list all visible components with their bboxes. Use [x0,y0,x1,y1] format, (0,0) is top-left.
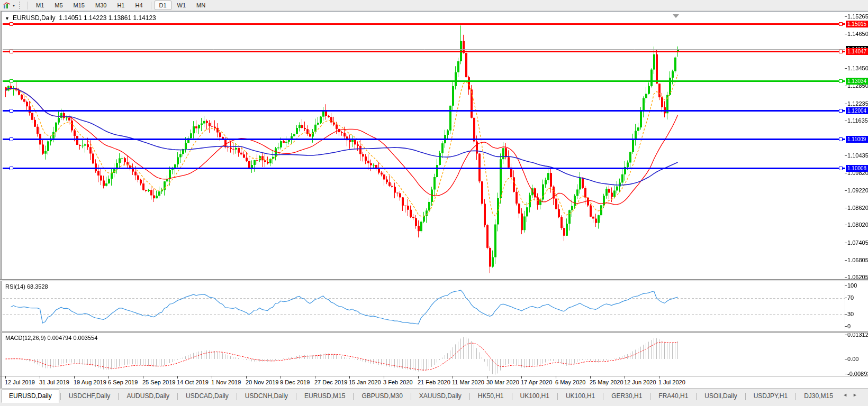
price-tag-1.13034: 1.13034 [846,78,868,85]
date-tick [74,376,75,379]
date-tick [108,376,109,379]
date-axis-label: 11 Mar 2020 [452,379,484,385]
main-price-chart[interactable] [3,12,845,279]
timeframe-button-m5[interactable]: M5 [50,1,67,10]
timeframe-button-group: M1M5M15M30H1H4D1W1MN [25,1,211,10]
date-axis-label: 9 Dec 2019 [280,379,310,385]
toolbar-dropdown-caret-icon[interactable]: ▾ [13,2,15,10]
rsi-axis-label: 0 [847,323,851,329]
date-axis-label: 27 Dec 2019 [314,379,347,385]
chart-tab-bar: EURUSD,DailyUSDCHF,DailyAUDUSD,DailyUSDC… [0,388,868,406]
price-axis-label: 1.12235 [847,100,868,107]
chart-tab-usoil-daily[interactable]: USOil,Daily [698,390,744,402]
chart-tab-hk50-h1[interactable]: HK50,H1 [471,390,511,402]
date-tick [625,376,625,379]
chart-tab-fra40-h1[interactable]: FRA40,H1 [652,390,695,402]
tab-separator [237,393,237,400]
timeframe-button-mn[interactable]: MN [192,1,210,10]
date-tick [590,376,591,379]
timeframe-button-d1[interactable]: D1 [155,1,171,10]
date-tick [556,376,556,379]
price-tag-1.11009: 1.11009 [846,136,868,143]
rsi-axis-label: 30 [847,311,854,317]
chart-tab-uk100-h1[interactable]: UK100,H1 [513,390,556,402]
chart-tab-usdcnh-daily[interactable]: USDCNH,Daily [238,390,295,402]
date-tick [521,376,522,379]
timeframe-button-h4[interactable]: H4 [130,1,147,10]
date-axis-label: 3 Feb 2020 [383,379,413,385]
toolbar-separator [28,2,28,10]
timeframe-button-m30[interactable]: M30 [91,1,111,10]
mini-chart-icon [3,2,11,9]
chart-shift-marker-icon [673,14,679,18]
tab-separator [118,393,119,400]
date-axis-label: 21 Feb 2020 [418,379,450,385]
date-tick [281,376,281,379]
chart-tools-icon[interactable] [2,2,12,10]
chart-tab-dj30-m15[interactable]: DJ30,M15 [797,390,840,402]
tab-separator [296,393,296,400]
price-axis-label: 1.08620 [847,205,868,211]
date-axis-label: 20 Nov 2019 [246,379,278,385]
price-tag-1.12004: 1.12004 [846,107,868,114]
macd-header: MACD(12,26,9) 0.004794 0.003554 [5,335,97,341]
tab-scroll-arrows: ◄► [843,392,863,398]
panel-splitter-rsi[interactable] [0,279,868,281]
chart-tab-usdjpy-h1[interactable]: USDJPY,H1 [747,390,794,402]
price-axis-label: 1.07405 [847,239,868,246]
price-axis-label: 1.13450 [847,65,868,71]
tab-separator [745,393,746,400]
chart-tab-eurusd-m15[interactable]: EURUSD,M15 [297,390,352,402]
mt4-window: { "toolbar": { "timeframes": ["M1","M5",… [0,0,868,406]
top-toolbar: ▾ M1M5M15M30H1H4D1W1MN [0,0,868,11]
date-tick [5,376,6,379]
chart-tab-ger30-h1[interactable]: GER30,H1 [604,390,649,402]
chart-symbol-label: EURUSD,Daily [13,14,56,22]
timeframe-button-h1[interactable]: H1 [112,1,129,10]
tab-separator [650,393,650,400]
price-axis-label: 1.11635 [847,117,868,124]
tab-separator [60,393,61,400]
timeframe-button-m1[interactable]: M1 [31,1,49,10]
chart-tab-xauusd-daily[interactable]: XAUUSD,Daily [412,390,468,402]
date-axis-border [0,376,868,376]
date-axis-label: 30 Mar 2020 [486,379,519,385]
macd-axis-label: 0.00 [847,356,858,362]
price-axis-label: 1.08020 [847,222,868,228]
tab-separator [603,393,603,400]
date-tick [143,376,143,379]
toolbar-grip-handle[interactable] [19,2,21,9]
timeframe-button-w1[interactable]: W1 [173,1,191,10]
date-tick [418,376,419,379]
date-tick [177,376,178,379]
tab-scroll-right-button[interactable]: ► [853,392,863,398]
date-axis-label: 17 Apr 2020 [521,379,552,385]
rsi-axis-label: 70 [847,294,854,301]
chart-dropdown-icon[interactable]: ▼ [5,16,10,21]
date-tick [246,376,247,379]
chart-tab-usdchf-daily[interactable]: USDCHF,Daily [62,390,117,402]
macd-indicator-panel[interactable] [3,333,845,376]
chart-tab-gbpusd-m30[interactable]: GBPUSD,M30 [355,390,409,402]
panel-splitter-macd[interactable] [0,331,868,333]
tab-separator [411,393,411,400]
price-axis-label: 1.06805 [847,257,868,263]
timeframe-button-m15[interactable]: M15 [69,1,89,10]
date-tick [40,376,40,379]
date-axis-label: 25 May 2020 [590,379,623,385]
chart-tab-usdcad-daily[interactable]: USDCAD,Daily [179,390,236,402]
tab-separator [469,393,470,400]
price-axis-label: 1.14650 [847,31,868,37]
chart-tab-uk100-h1[interactable]: UK100,H1 [559,390,602,402]
tab-scroll-left-button[interactable]: ◄ [843,392,853,398]
date-axis-label: 31 Jul 2019 [39,379,69,385]
date-tick [453,376,453,379]
tab-separator [696,393,697,400]
rsi-axis-label: 100 [847,282,857,289]
rsi-indicator-panel[interactable] [3,281,845,331]
chart-tab-audusd-daily[interactable]: AUDUSD,Daily [120,390,176,402]
date-tick [315,376,315,379]
date-axis-label: 1 Nov 2019 [211,379,241,385]
date-axis-label: 19 Aug 2019 [74,379,106,385]
chart-tab-eurusd-daily[interactable]: EURUSD,Daily [2,390,59,403]
